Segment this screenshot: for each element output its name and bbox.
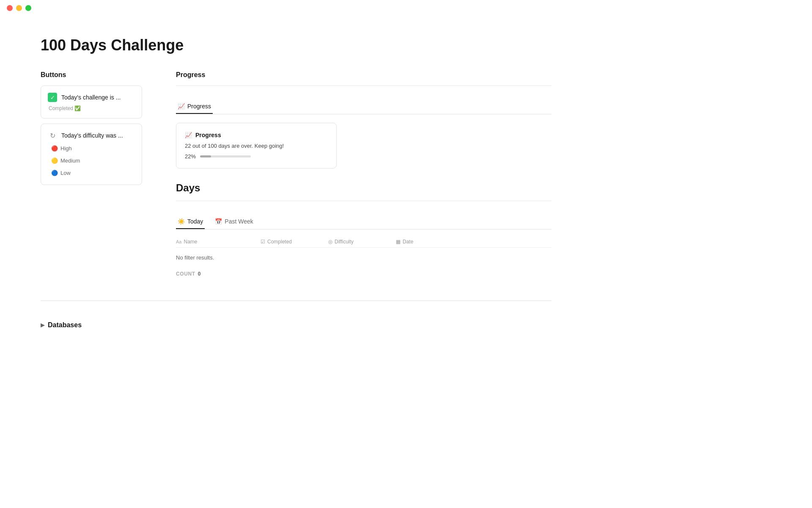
maximize-button[interactable] — [25, 5, 31, 11]
page-divider — [41, 301, 551, 301]
col-difficulty: ◎ Difficulty — [328, 239, 396, 245]
days-divider — [176, 201, 551, 201]
challenge-status: Completed ✅ — [48, 105, 135, 111]
name-col-label: Name — [184, 239, 197, 245]
main-columns: Buttons ✓ Today's challenge is ... Compl… — [41, 71, 551, 280]
progress-bar-track — [200, 155, 251, 157]
difficulty-icon: ↻ — [48, 131, 57, 140]
low-emoji: 🔵 — [51, 170, 58, 176]
difficulty-card-header: ↻ Today's difficulty was ... — [48, 131, 135, 140]
days-tabs: ☀️ Today 📅 Past Week — [176, 215, 551, 229]
name-col-icon: Aa — [176, 239, 181, 244]
days-title: Days — [176, 182, 551, 194]
challenge-icon: ✓ — [48, 93, 57, 102]
difficulty-label: Today's difficulty was ... — [61, 132, 123, 139]
buttons-column: Buttons ✓ Today's challenge is ... Compl… — [41, 71, 142, 190]
difficulty-col-label: Difficulty — [335, 239, 354, 245]
page-title: 100 Days Challenge — [41, 36, 551, 54]
page-content: 100 Days Challenge Buttons ✓ Today's cha… — [0, 16, 592, 349]
progress-bar-row: 22% — [185, 153, 328, 160]
databases-toggle[interactable]: ▶ Databases — [41, 321, 551, 329]
toggle-arrow-icon: ▶ — [41, 322, 44, 328]
today-icon: ☀️ — [178, 218, 185, 225]
count-label: COUNT — [176, 271, 195, 277]
progress-tab-label: Progress — [187, 103, 211, 110]
medium-emoji: 🟡 — [51, 157, 58, 164]
completed-col-label: Completed — [267, 239, 292, 245]
difficulty-option-medium[interactable]: 🟡 Medium — [49, 156, 135, 166]
date-col-icon: ▦ — [396, 239, 401, 245]
today-label: Today — [187, 218, 203, 225]
progress-card: 📈 Progress 22 out of 100 days are over. … — [176, 123, 337, 168]
col-completed: ☑ Completed — [261, 239, 328, 245]
low-label: Low — [60, 170, 71, 176]
high-label: High — [60, 145, 72, 152]
progress-section-title: Progress — [176, 71, 551, 79]
challenge-card[interactable]: ✓ Today's challenge is ... Completed ✅ — [41, 86, 142, 119]
tab-today[interactable]: ☀️ Today — [176, 215, 205, 229]
progress-description: 22 out of 100 days are over. Keep going! — [185, 143, 328, 149]
difficulty-options: 🔴 High 🟡 Medium 🔵 Low — [48, 144, 135, 178]
past-week-label: Past Week — [225, 218, 253, 225]
minimize-button[interactable] — [16, 5, 22, 11]
medium-label: Medium — [60, 157, 80, 164]
right-column: Progress 📈 Progress 📈 Progress 22 out of… — [176, 71, 551, 280]
col-date: ▦ Date — [396, 239, 464, 245]
progress-tab-icon: 📈 — [178, 103, 185, 110]
progress-card-title-text: Progress — [195, 132, 221, 138]
count-value: 0 — [198, 271, 201, 277]
difficulty-option-high[interactable]: 🔴 High — [49, 144, 135, 153]
count-row: COUNT 0 — [176, 268, 551, 280]
tab-past-week[interactable]: 📅 Past Week — [213, 215, 255, 229]
databases-label: Databases — [48, 321, 82, 329]
no-results-text: No filter results. — [176, 248, 551, 268]
completed-col-icon: ☑ — [261, 239, 265, 245]
progress-card-title: 📈 Progress — [185, 132, 328, 138]
past-week-icon: 📅 — [215, 218, 222, 225]
difficulty-option-low[interactable]: 🔵 Low — [49, 168, 135, 178]
high-emoji: 🔴 — [51, 145, 58, 152]
challenge-card-header: ✓ Today's challenge is ... — [48, 93, 135, 102]
buttons-section-title: Buttons — [41, 71, 142, 79]
close-button[interactable] — [7, 5, 13, 11]
difficulty-card[interactable]: ↻ Today's difficulty was ... 🔴 High 🟡 Me… — [41, 124, 142, 185]
difficulty-col-icon: ◎ — [328, 239, 332, 245]
date-col-label: Date — [403, 239, 413, 245]
table-header: Aa Name ☑ Completed ◎ Difficulty ▦ Date — [176, 236, 551, 248]
titlebar — [0, 0, 812, 16]
progress-percent: 22% — [185, 153, 196, 160]
challenge-label: Today's challenge is ... — [61, 94, 121, 101]
col-name: Aa Name — [176, 239, 261, 245]
progress-bar-fill — [200, 155, 211, 157]
tab-progress[interactable]: 📈 Progress — [176, 99, 213, 114]
progress-divider — [176, 86, 551, 86]
progress-tabs: 📈 Progress — [176, 99, 551, 114]
progress-card-icon: 📈 — [185, 132, 192, 138]
